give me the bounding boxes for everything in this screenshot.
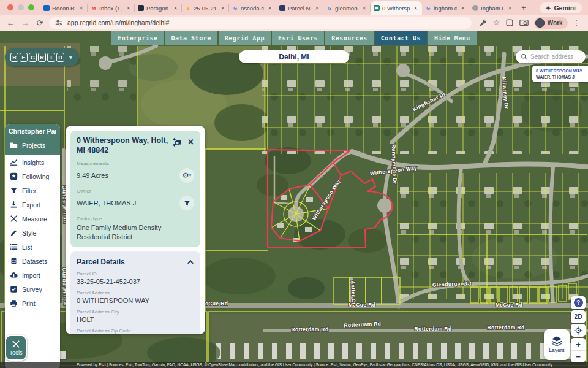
site-settings-icon[interactable] (55, 19, 62, 26)
cloud-upload-icon (10, 271, 18, 279)
street-label: Rotterdam Rd (488, 324, 525, 331)
close-tab-icon[interactable]: ✕ (412, 5, 419, 12)
browser-toolbar: ← → ⟳ app.regrid.com/us/mi/ingham/delhi#… (0, 15, 588, 31)
sidebar-item-style[interactable]: Style (5, 226, 60, 240)
list-icon (10, 243, 18, 251)
sidebar-item-filter[interactable]: Filter (5, 183, 60, 197)
help-button[interactable]: ? (571, 296, 586, 309)
tab-search-icon[interactable] (519, 19, 529, 27)
google-favicon-icon: G (425, 5, 431, 11)
close-tab-icon[interactable]: ✕ (125, 5, 132, 12)
map-attribution: Powered by Esri | Sources: Esri, TomTom,… (0, 362, 588, 368)
close-tab-icon[interactable]: ✕ (78, 5, 85, 12)
owner-value: WAIER, THOMAS J (77, 199, 179, 207)
2d-mode-button[interactable]: 2D (571, 310, 586, 323)
gemini-button[interactable]: ✦Gemini (540, 2, 582, 13)
password-key-icon[interactable] (479, 18, 488, 27)
browser-menu-icon[interactable]: ⋮ (573, 19, 580, 27)
measure-tools-icon (10, 215, 18, 223)
funnel-icon (10, 186, 18, 194)
sidebar-item-export[interactable]: Export (5, 197, 60, 212)
parcel-panel: 0 Witherspoon Way, Holt, MI 48842 ✕ Meas… (66, 126, 205, 334)
close-window-button[interactable] (7, 4, 13, 10)
paragon-favicon-icon (138, 5, 144, 11)
crosshair-icon (574, 326, 582, 335)
forward-icon[interactable]: → (20, 18, 31, 28)
locate-button[interactable] (571, 324, 586, 337)
menu-resources[interactable]: Resources (325, 31, 374, 45)
parcel-details-heading: Parcel Details (77, 258, 187, 266)
field-parcel-zip: Parcel Address Zip Code 48842 (77, 328, 194, 334)
browser-tab-active[interactable]: 0 Witherspo✕ (371, 1, 422, 15)
bookmark-star-icon[interactable]: ☆ (493, 18, 500, 27)
close-tab-icon[interactable]: ✕ (266, 5, 273, 12)
browser-tab[interactable]: Recon Real✕ (40, 1, 88, 15)
browser-tab[interactable]: Gingham cou✕ (422, 1, 469, 15)
close-tab-icon[interactable]: ✕ (172, 5, 179, 12)
place-label: Delhi, MI (239, 50, 349, 63)
back-icon[interactable]: ← (5, 18, 16, 28)
reload-icon[interactable]: ⟳ (34, 18, 45, 28)
close-icon[interactable]: ✕ (187, 139, 194, 146)
menu-data-store[interactable]: Data Store (165, 31, 217, 45)
address-bar[interactable]: app.regrid.com/us/mi/ingham/delhi# (49, 17, 472, 29)
new-tab-button[interactable]: + (516, 3, 531, 15)
menu-contact-us[interactable]: Contact Us (375, 31, 427, 45)
owner-filter-button[interactable] (179, 196, 194, 210)
insights-chart-icon (10, 158, 18, 166)
measurements-label: Measurements (77, 161, 194, 166)
browser-tab[interactable]: ▲25-05-21-4✕ (182, 1, 229, 15)
search-input[interactable] (530, 53, 579, 60)
minimize-window-button[interactable] (18, 4, 24, 10)
sidebar-item-print[interactable]: Print (5, 296, 60, 310)
profile-chip[interactable]: Work (534, 17, 568, 29)
close-tab-icon[interactable]: ✕ (361, 5, 368, 12)
sparkle-icon: ✦ (546, 4, 551, 12)
sidebar-item-survey[interactable]: Survey (5, 282, 60, 296)
zoom-out-button[interactable]: − (571, 350, 586, 362)
sidebar-item-list[interactable]: List (5, 240, 60, 254)
parcel-summary-card: 0 Witherspoon Way, Holt, MI 48842 ✕ Meas… (70, 131, 200, 247)
sidebar-item-import[interactable]: Import (5, 268, 60, 282)
owner-label: Owner (77, 188, 194, 194)
field-parcel-city: Parcel Address City HOLT (77, 309, 194, 323)
zoom-in-button[interactable]: + (571, 338, 586, 350)
sidebar-item-projects[interactable]: Projects (9, 138, 56, 152)
window-controls[interactable] (0, 0, 40, 15)
street-label: Rotterdam Rd (292, 326, 329, 332)
sidebar-item-datasets[interactable]: Datasets (5, 254, 60, 268)
database-icon (10, 257, 18, 265)
parcel-hover-card[interactable]: 0 WITHERSPOON WAY WAIER, THOMAS J (532, 66, 588, 82)
close-tab-icon[interactable]: ✕ (507, 5, 513, 12)
browser-tab[interactable]: Paragon 5✕ (135, 1, 182, 15)
browser-tab[interactable]: Goscoda cou✕ (229, 1, 276, 15)
browser-tab[interactable]: Ingham Cou✕ (469, 1, 516, 15)
close-tab-icon[interactable]: ✕ (219, 5, 226, 12)
browser-tab[interactable]: MInbox (1,68✕ (88, 1, 135, 15)
fly-to-parcel-icon[interactable] (172, 137, 182, 147)
menu-hide-menu[interactable]: Hide Menu (428, 31, 477, 45)
chevron-up-icon[interactable] (187, 259, 194, 264)
close-tab-icon[interactable]: ✕ (314, 5, 320, 12)
search-box[interactable] (516, 50, 586, 63)
menu-enterprise[interactable]: Enterprise (111, 31, 164, 45)
browser-tab[interactable]: Parcel Num✕ (276, 1, 323, 15)
sidebar-item-following[interactable]: Following (5, 169, 60, 183)
measure-settings-button[interactable]: ⚙▾ (179, 168, 194, 183)
menu-esri-users[interactable]: Esri Users (272, 31, 324, 45)
maximize-window-button[interactable] (28, 4, 34, 10)
menu-regrid-app[interactable]: Regrid App (219, 31, 271, 45)
search-icon (521, 53, 527, 60)
google-favicon-icon: G (326, 5, 333, 11)
zoning-label: Zoning type (77, 216, 194, 221)
url-text: app.regrid.com/us/mi/ingham/delhi# (67, 19, 169, 26)
regrid-logo[interactable]: REGRID ▼ (5, 48, 79, 66)
extensions-icon[interactable] (505, 18, 514, 27)
sidebar-item-measure[interactable]: Measure (5, 212, 60, 226)
pen-icon (10, 229, 18, 237)
sidebar-item-insights[interactable]: Insights (5, 155, 60, 169)
close-tab-icon[interactable]: ✕ (459, 5, 466, 12)
tools-button[interactable]: Tools (5, 335, 27, 361)
layers-button[interactable]: Layers (544, 329, 570, 360)
browser-tab[interactable]: Gglenmoor m✕ (323, 1, 371, 15)
